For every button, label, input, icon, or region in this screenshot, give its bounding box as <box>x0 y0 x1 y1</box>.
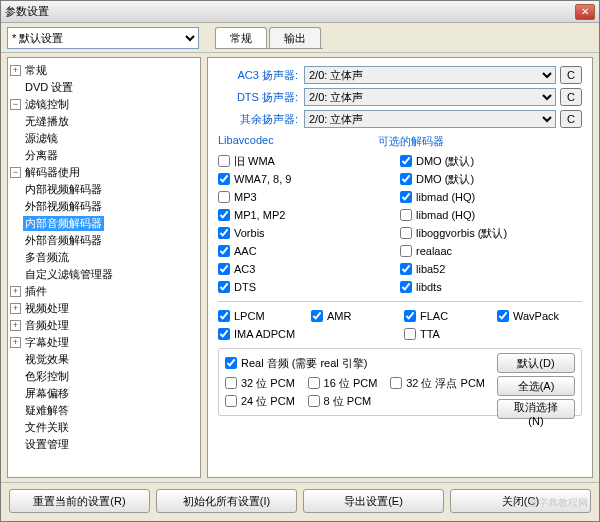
collapse-icon[interactable]: − <box>10 167 21 178</box>
tree-node[interactable]: 内部音频解码器 <box>10 215 198 232</box>
expand-icon[interactable]: + <box>10 65 21 76</box>
checkbox[interactable] <box>404 310 416 322</box>
decoder-checkbox[interactable]: libmad (HQ) <box>400 207 582 223</box>
tree-node[interactable]: 屏幕偏移 <box>10 385 198 402</box>
codec-checkbox[interactable]: 旧 WMA <box>218 153 400 169</box>
expand-icon[interactable]: + <box>10 286 21 297</box>
tab-general[interactable]: 常规 <box>215 27 267 48</box>
checkbox[interactable] <box>404 328 416 340</box>
tree-node[interactable]: −滤镜控制 <box>10 96 198 113</box>
expand-icon[interactable]: + <box>10 303 21 314</box>
pcm-checkbox[interactable]: 32 位 浮点 PCM <box>390 375 485 391</box>
decoder-checkbox[interactable]: DMO (默认) <box>400 153 582 169</box>
pcm-checkbox[interactable]: 24 位 PCM <box>225 393 300 409</box>
lossless-checkbox[interactable]: TTA <box>404 326 489 342</box>
checkbox[interactable] <box>218 155 230 167</box>
real-title-checkbox[interactable]: Real 音频 (需要 real 引擎) <box>225 355 368 371</box>
tree-node[interactable]: 外部音频解码器 <box>10 232 198 249</box>
tree-node[interactable]: 设置管理 <box>10 436 198 453</box>
checkbox[interactable] <box>225 395 237 407</box>
checkbox[interactable] <box>218 209 230 221</box>
select-all-button[interactable]: 全选(A) <box>497 376 575 396</box>
checkbox[interactable] <box>218 263 230 275</box>
profile-select[interactable]: * 默认设置 <box>7 27 199 49</box>
codec-checkbox[interactable]: MP3 <box>218 189 400 205</box>
decoder-checkbox[interactable]: liboggvorbis (默认) <box>400 225 582 241</box>
lossless-checkbox[interactable]: FLAC <box>404 308 489 324</box>
tree-node[interactable]: −解码器使用 <box>10 164 198 181</box>
checkbox[interactable] <box>400 281 412 293</box>
tree-node[interactable]: 视觉效果 <box>10 351 198 368</box>
tree-node[interactable]: +音频处理 <box>10 317 198 334</box>
tree-node[interactable]: +常规 <box>10 62 198 79</box>
default-button[interactable]: 默认(D) <box>497 353 575 373</box>
close-button[interactable]: 关闭(C) <box>450 489 591 513</box>
tree-node[interactable]: 多音频流 <box>10 249 198 266</box>
checkbox[interactable] <box>400 209 412 221</box>
speaker-select[interactable]: 2/0: 立体声 <box>304 110 556 128</box>
codec-checkbox[interactable]: MP1, MP2 <box>218 207 400 223</box>
checkbox[interactable] <box>218 191 230 203</box>
codec-checkbox[interactable]: WMA7, 8, 9 <box>218 171 400 187</box>
decoder-checkbox[interactable]: libdts <box>400 279 582 295</box>
pcm-checkbox[interactable]: 16 位 PCM <box>308 375 383 391</box>
checkbox[interactable] <box>225 377 237 389</box>
tree-node[interactable]: 源滤镜 <box>10 130 198 147</box>
c-button[interactable]: C <box>560 110 582 128</box>
tree-node[interactable]: +插件 <box>10 283 198 300</box>
tree-node[interactable]: 无缝播放 <box>10 113 198 130</box>
checkbox[interactable] <box>218 227 230 239</box>
tree-node[interactable]: +字幕处理 <box>10 334 198 351</box>
checkbox[interactable] <box>400 191 412 203</box>
checkbox[interactable] <box>218 245 230 257</box>
export-button[interactable]: 导出设置(E) <box>303 489 444 513</box>
checkbox[interactable] <box>308 377 320 389</box>
tab-output[interactable]: 输出 <box>269 27 321 48</box>
decoder-checkbox[interactable]: libmad (HQ) <box>400 189 582 205</box>
checkbox[interactable] <box>400 263 412 275</box>
decoder-checkbox[interactable]: realaac <box>400 243 582 259</box>
checkbox[interactable] <box>400 173 412 185</box>
checkbox[interactable] <box>400 227 412 239</box>
reset-button[interactable]: 重置当前的设置(R) <box>9 489 150 513</box>
checkbox[interactable] <box>218 328 230 340</box>
pcm-checkbox[interactable]: 32 位 PCM <box>225 375 300 391</box>
tree-node[interactable]: 自定义滤镜管理器 <box>10 266 198 283</box>
speaker-select[interactable]: 2/0: 立体声 <box>304 88 556 106</box>
lossless-checkbox[interactable]: WavPack <box>497 308 582 324</box>
pcm-checkbox[interactable]: 8 位 PCM <box>308 393 383 409</box>
checkbox[interactable] <box>308 395 320 407</box>
decoder-checkbox[interactable]: DMO (默认) <box>400 171 582 187</box>
decoder-checkbox[interactable]: liba52 <box>400 261 582 277</box>
c-button[interactable]: C <box>560 88 582 106</box>
expand-icon[interactable]: + <box>10 337 21 348</box>
lossless-checkbox[interactable]: IMA ADPCM <box>218 326 303 342</box>
checkbox[interactable] <box>497 310 509 322</box>
lossless-checkbox[interactable]: AMR <box>311 308 396 324</box>
speaker-select[interactable]: 2/0: 立体声 <box>304 66 556 84</box>
collapse-icon[interactable]: − <box>10 99 21 110</box>
checkbox[interactable] <box>311 310 323 322</box>
checkbox[interactable] <box>218 281 230 293</box>
expand-icon[interactable]: + <box>10 320 21 331</box>
c-button[interactable]: C <box>560 66 582 84</box>
checkbox[interactable] <box>400 245 412 257</box>
codec-checkbox[interactable]: AC3 <box>218 261 400 277</box>
tree-node[interactable]: 文件关联 <box>10 419 198 436</box>
checkbox[interactable] <box>218 173 230 185</box>
tree-node[interactable]: DVD 设置 <box>10 79 198 96</box>
lossless-checkbox[interactable]: LPCM <box>218 308 303 324</box>
deselect-button[interactable]: 取消选择(N) <box>497 399 575 419</box>
close-icon[interactable]: ✕ <box>575 4 595 20</box>
codec-checkbox[interactable]: DTS <box>218 279 400 295</box>
tree-node[interactable]: 内部视频解码器 <box>10 181 198 198</box>
tree-node[interactable]: +视频处理 <box>10 300 198 317</box>
checkbox[interactable] <box>390 377 402 389</box>
settings-tree[interactable]: +常规DVD 设置−滤镜控制无缝播放源滤镜分离器−解码器使用内部视频解码器外部视… <box>7 57 201 478</box>
tree-node[interactable]: 色彩控制 <box>10 368 198 385</box>
tree-node[interactable]: 外部视频解码器 <box>10 198 198 215</box>
tree-node[interactable]: 分离器 <box>10 147 198 164</box>
tree-node[interactable]: 疑难解答 <box>10 402 198 419</box>
codec-checkbox[interactable]: AAC <box>218 243 400 259</box>
checkbox[interactable] <box>218 310 230 322</box>
